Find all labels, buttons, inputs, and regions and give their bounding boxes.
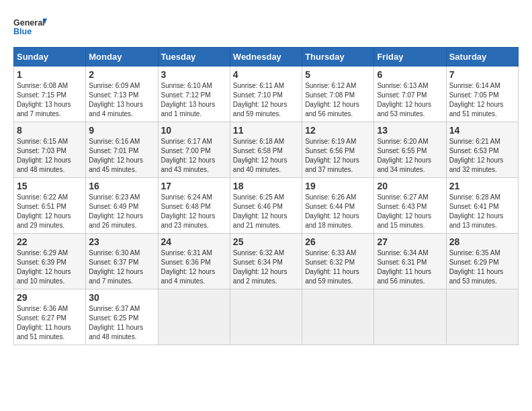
day-cell: 25 Sunrise: 6:32 AMSunset: 6:34 PMDaylig… bbox=[230, 234, 302, 289]
day-cell bbox=[446, 289, 518, 345]
day-number: 16 bbox=[89, 181, 154, 191]
day-detail: Sunrise: 6:20 AMSunset: 6:55 PMDaylight:… bbox=[377, 138, 431, 173]
day-detail: Sunrise: 6:29 AMSunset: 6:39 PMDaylight:… bbox=[17, 249, 71, 285]
day-detail: Sunrise: 6:30 AMSunset: 6:37 PMDaylight:… bbox=[89, 249, 143, 285]
week-row-5: 29 Sunrise: 6:36 AMSunset: 6:27 PMDaylig… bbox=[14, 289, 519, 345]
day-cell: 27 Sunrise: 6:34 AMSunset: 6:31 PMDaylig… bbox=[374, 234, 446, 289]
day-cell: 2 Sunrise: 6:09 AMSunset: 7:13 PMDayligh… bbox=[86, 66, 158, 122]
day-detail: Sunrise: 6:27 AMSunset: 6:43 PMDaylight:… bbox=[377, 193, 431, 229]
day-detail: Sunrise: 6:28 AMSunset: 6:41 PMDaylight:… bbox=[449, 193, 504, 229]
day-detail: Sunrise: 6:10 AMSunset: 7:12 PMDaylight:… bbox=[161, 82, 216, 118]
day-cell: 10 Sunrise: 6:17 AMSunset: 7:00 PMDaylig… bbox=[158, 122, 230, 178]
day-number: 30 bbox=[89, 292, 154, 303]
day-number: 2 bbox=[89, 69, 154, 80]
day-cell: 16 Sunrise: 6:23 AMSunset: 6:49 PMDaylig… bbox=[86, 178, 158, 234]
day-header-friday: Friday bbox=[374, 48, 446, 66]
day-detail: Sunrise: 6:23 AMSunset: 6:49 PMDaylight:… bbox=[89, 193, 143, 229]
day-number: 1 bbox=[17, 69, 83, 80]
days-header-row: SundayMondayTuesdayWednesdayThursdayFrid… bbox=[14, 48, 519, 66]
day-cell: 1 Sunrise: 6:08 AMSunset: 7:15 PMDayligh… bbox=[14, 66, 86, 122]
day-detail: Sunrise: 6:12 AMSunset: 7:08 PMDaylight:… bbox=[305, 82, 359, 118]
day-detail: Sunrise: 6:13 AMSunset: 7:07 PMDaylight:… bbox=[377, 82, 431, 118]
day-cell: 24 Sunrise: 6:31 AMSunset: 6:36 PMDaylig… bbox=[158, 234, 230, 289]
day-detail: Sunrise: 6:25 AMSunset: 6:46 PMDaylight:… bbox=[233, 193, 287, 229]
day-cell: 15 Sunrise: 6:22 AMSunset: 6:51 PMDaylig… bbox=[14, 178, 86, 234]
day-detail: Sunrise: 6:08 AMSunset: 7:15 PMDaylight:… bbox=[17, 82, 71, 118]
day-cell: 9 Sunrise: 6:16 AMSunset: 7:01 PMDayligh… bbox=[86, 122, 158, 178]
day-number: 19 bbox=[305, 181, 371, 191]
page-header: General Blue bbox=[13, 13, 519, 40]
day-detail: Sunrise: 6:17 AMSunset: 7:00 PMDaylight:… bbox=[161, 138, 216, 173]
day-cell: 14 Sunrise: 6:21 AMSunset: 6:53 PMDaylig… bbox=[446, 122, 518, 178]
day-cell: 7 Sunrise: 6:14 AMSunset: 7:05 PMDayligh… bbox=[446, 66, 518, 122]
day-cell bbox=[302, 289, 374, 345]
day-number: 10 bbox=[161, 125, 227, 136]
day-number: 28 bbox=[449, 236, 515, 247]
day-header-saturday: Saturday bbox=[446, 48, 518, 66]
day-number: 24 bbox=[161, 236, 227, 247]
week-row-3: 15 Sunrise: 6:22 AMSunset: 6:51 PMDaylig… bbox=[14, 178, 519, 234]
day-cell: 18 Sunrise: 6:25 AMSunset: 6:46 PMDaylig… bbox=[230, 178, 302, 234]
day-number: 11 bbox=[233, 125, 299, 136]
day-detail: Sunrise: 6:14 AMSunset: 7:05 PMDaylight:… bbox=[449, 82, 504, 118]
day-number: 9 bbox=[89, 125, 154, 136]
week-row-1: 1 Sunrise: 6:08 AMSunset: 7:15 PMDayligh… bbox=[14, 66, 519, 122]
svg-text:Blue: Blue bbox=[13, 27, 32, 36]
day-number: 21 bbox=[449, 181, 515, 191]
day-cell: 4 Sunrise: 6:11 AMSunset: 7:10 PMDayligh… bbox=[230, 66, 302, 122]
day-cell bbox=[230, 289, 302, 345]
day-cell: 28 Sunrise: 6:35 AMSunset: 6:29 PMDaylig… bbox=[446, 234, 518, 289]
day-detail: Sunrise: 6:35 AMSunset: 6:29 PMDaylight:… bbox=[449, 249, 504, 285]
day-detail: Sunrise: 6:22 AMSunset: 6:51 PMDaylight:… bbox=[17, 193, 71, 229]
day-detail: Sunrise: 6:18 AMSunset: 6:58 PMDaylight:… bbox=[233, 138, 287, 173]
day-cell: 29 Sunrise: 6:36 AMSunset: 6:27 PMDaylig… bbox=[14, 289, 86, 345]
day-number: 15 bbox=[17, 181, 83, 191]
day-cell: 26 Sunrise: 6:33 AMSunset: 6:32 PMDaylig… bbox=[302, 234, 374, 289]
day-number: 29 bbox=[17, 292, 83, 303]
day-header-thursday: Thursday bbox=[302, 48, 374, 66]
logo: General Blue bbox=[13, 13, 47, 40]
day-cell: 13 Sunrise: 6:20 AMSunset: 6:55 PMDaylig… bbox=[374, 122, 446, 178]
day-number: 14 bbox=[449, 125, 515, 136]
day-number: 23 bbox=[89, 236, 154, 247]
day-detail: Sunrise: 6:32 AMSunset: 6:34 PMDaylight:… bbox=[233, 249, 287, 285]
day-cell: 21 Sunrise: 6:28 AMSunset: 6:41 PMDaylig… bbox=[446, 178, 518, 234]
day-number: 7 bbox=[449, 69, 515, 80]
day-cell: 12 Sunrise: 6:19 AMSunset: 6:56 PMDaylig… bbox=[302, 122, 374, 178]
day-header-monday: Monday bbox=[86, 48, 158, 66]
day-detail: Sunrise: 6:19 AMSunset: 6:56 PMDaylight:… bbox=[305, 138, 359, 173]
day-number: 25 bbox=[233, 236, 299, 247]
week-row-2: 8 Sunrise: 6:15 AMSunset: 7:03 PMDayligh… bbox=[14, 122, 519, 178]
day-detail: Sunrise: 6:33 AMSunset: 6:32 PMDaylight:… bbox=[305, 249, 359, 285]
day-cell: 19 Sunrise: 6:26 AMSunset: 6:44 PMDaylig… bbox=[302, 178, 374, 234]
day-header-wednesday: Wednesday bbox=[230, 48, 302, 66]
day-detail: Sunrise: 6:24 AMSunset: 6:48 PMDaylight:… bbox=[161, 193, 216, 229]
calendar-table: SundayMondayTuesdayWednesdayThursdayFrid… bbox=[13, 47, 519, 345]
day-number: 17 bbox=[161, 181, 227, 191]
day-number: 5 bbox=[305, 69, 371, 80]
week-row-4: 22 Sunrise: 6:29 AMSunset: 6:39 PMDaylig… bbox=[14, 234, 519, 289]
day-detail: Sunrise: 6:11 AMSunset: 7:10 PMDaylight:… bbox=[233, 82, 287, 118]
day-number: 4 bbox=[233, 69, 299, 80]
day-cell: 20 Sunrise: 6:27 AMSunset: 6:43 PMDaylig… bbox=[374, 178, 446, 234]
day-cell: 22 Sunrise: 6:29 AMSunset: 6:39 PMDaylig… bbox=[14, 234, 86, 289]
day-cell: 5 Sunrise: 6:12 AMSunset: 7:08 PMDayligh… bbox=[302, 66, 374, 122]
day-detail: Sunrise: 6:26 AMSunset: 6:44 PMDaylight:… bbox=[305, 193, 359, 229]
day-cell bbox=[374, 289, 446, 345]
day-cell: 6 Sunrise: 6:13 AMSunset: 7:07 PMDayligh… bbox=[374, 66, 446, 122]
day-detail: Sunrise: 6:16 AMSunset: 7:01 PMDaylight:… bbox=[89, 138, 143, 173]
day-header-tuesday: Tuesday bbox=[158, 48, 230, 66]
day-number: 27 bbox=[377, 236, 443, 247]
logo-svg: General Blue bbox=[13, 13, 47, 40]
day-number: 18 bbox=[233, 181, 299, 191]
day-cell: 8 Sunrise: 6:15 AMSunset: 7:03 PMDayligh… bbox=[14, 122, 86, 178]
day-number: 3 bbox=[161, 69, 227, 80]
day-detail: Sunrise: 6:34 AMSunset: 6:31 PMDaylight:… bbox=[377, 249, 431, 285]
day-cell bbox=[158, 289, 230, 345]
day-number: 26 bbox=[305, 236, 371, 247]
day-detail: Sunrise: 6:36 AMSunset: 6:27 PMDaylight:… bbox=[17, 305, 71, 340]
day-cell: 11 Sunrise: 6:18 AMSunset: 6:58 PMDaylig… bbox=[230, 122, 302, 178]
day-number: 13 bbox=[377, 125, 443, 136]
day-header-sunday: Sunday bbox=[14, 48, 86, 66]
day-number: 20 bbox=[377, 181, 443, 191]
